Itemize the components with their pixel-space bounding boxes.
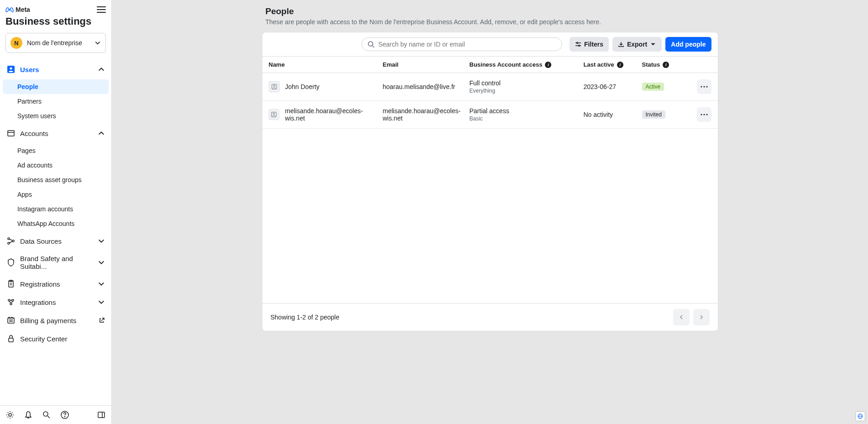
svg-point-28 [43,412,48,416]
nav-sub-partners[interactable]: Partners [3,94,109,109]
chevron-up-icon [98,66,105,73]
next-page-button[interactable] [693,309,710,325]
status-badge: Invited [642,110,665,119]
more-icon [701,114,708,115]
svg-line-11 [10,241,12,243]
svg-point-34 [368,42,373,46]
svg-point-8 [8,242,10,244]
row-more-button[interactable] [697,79,711,94]
nav-sub-apps[interactable]: Apps [3,187,109,202]
svg-line-29 [47,416,50,418]
svg-point-43 [703,86,705,88]
search-input[interactable] [378,41,556,48]
svg-point-47 [701,114,702,115]
nav-sub-instagram[interactable]: Instagram accounts [3,202,109,216]
search-icon[interactable] [42,410,51,419]
person-name: melisande.hoarau@ecoles-wis.net [285,107,382,122]
chevron-down-icon [98,237,105,245]
column-status: Statusi [642,61,697,68]
filters-icon [575,41,581,47]
filters-button[interactable]: Filters [570,37,609,52]
svg-point-31 [65,417,65,417]
svg-point-42 [701,86,702,88]
status-badge: Active [642,83,664,91]
svg-line-20 [10,301,10,303]
chevron-right-icon [699,314,704,320]
svg-point-18 [10,303,12,305]
table-row[interactable]: melisande.hoarau@ecoles-wis.net melisand… [262,101,718,129]
access-detail: Basic [470,115,584,122]
svg-point-9 [12,240,14,242]
person-name: John Doerty [285,83,319,90]
column-email: Email [383,61,470,68]
svg-point-39 [578,45,580,47]
svg-rect-5 [8,131,14,136]
accounts-icon [6,129,16,138]
people-card: Filters Export Add people [262,32,718,331]
svg-point-7 [8,238,10,240]
content-title: People [266,6,715,16]
export-button[interactable]: Export [612,37,662,52]
more-icon [701,86,708,88]
lock-icon [6,334,16,343]
nav-accounts-label: Accounts [20,130,93,137]
nav-users[interactable]: Users [3,60,109,79]
svg-line-21 [11,301,12,303]
svg-line-25 [101,318,104,321]
nav-security-label: Security Center [20,335,105,343]
svg-rect-22 [8,318,14,323]
gear-icon[interactable] [5,410,15,419]
svg-point-48 [703,114,705,115]
table-header: Name Email Business Account accessi Last… [262,57,718,73]
nav-sub-whatsapp[interactable]: WhatsApp Accounts [3,216,109,231]
info-icon[interactable]: i [545,62,551,68]
add-people-label: Add people [671,41,706,48]
billing-icon [6,316,16,325]
help-icon[interactable] [60,410,69,419]
data-sources-icon [6,236,16,246]
svg-point-49 [706,114,707,115]
person-avatar-icon [269,109,280,120]
nav-integrations[interactable]: Integrations [3,293,109,311]
org-selector[interactable]: N Nom de l'entreprise [5,33,106,53]
nav-sub-ad-accounts[interactable]: Ad accounts [3,158,109,173]
search-box[interactable] [361,37,562,51]
sidebar: Meta Business settings N Nom de l'entrep… [0,0,112,424]
add-people-button[interactable]: Add people [665,37,711,52]
svg-point-16 [8,299,10,301]
column-last-active: Last activei [584,61,642,68]
bell-icon[interactable] [24,410,33,419]
nav-users-label: Users [20,66,93,73]
nav-data-sources-label: Data Sources [20,237,93,245]
main-content: People These are people with access to t… [112,0,868,424]
nav-registrations[interactable]: Registrations [3,275,109,293]
hamburger-icon[interactable] [97,6,106,13]
nav-accounts[interactable]: Accounts [3,124,109,142]
nav-brand-safety[interactable]: Brand Safety and Suitabi... [3,250,109,275]
nav-sub-pages[interactable]: Pages [3,143,109,158]
nav-sub-people[interactable]: People [3,79,109,94]
nav-data-sources[interactable]: Data Sources [3,232,109,250]
info-icon[interactable]: i [617,62,623,68]
chevron-down-icon [98,280,105,288]
prev-page-button[interactable] [673,309,690,325]
info-icon[interactable]: i [663,62,669,68]
org-name: Nom de l'entreprise [27,39,82,47]
last-active: No activity [584,111,642,118]
nav-security[interactable]: Security Center [3,330,109,348]
panel-icon[interactable] [97,410,106,419]
meta-logo-icon [5,5,14,14]
chevron-down-icon [98,259,105,266]
person-email: hoarau.melisande@live.fr [383,83,470,90]
nav-sub-asset-groups[interactable]: Business asset groups [3,173,109,187]
globe-icon[interactable] [855,411,865,421]
row-more-button[interactable] [697,107,711,122]
nav-billing[interactable]: Billing & payments [3,311,109,330]
access-level: Partial access [470,107,584,115]
chevron-left-icon [679,314,684,320]
nav-sub-system-users[interactable]: System users [3,109,109,123]
page-title: Business settings [5,16,106,27]
table-row[interactable]: John Doerty hoarau.melisande@live.fr Ful… [262,73,718,101]
column-name: Name [269,61,383,68]
svg-rect-26 [9,338,13,342]
